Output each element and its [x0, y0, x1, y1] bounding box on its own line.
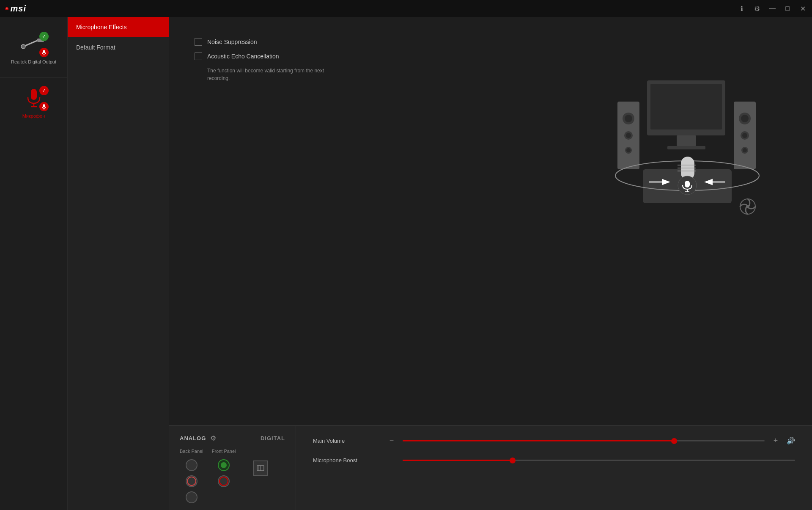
tab-microphone-effects[interactable]: Microphone Effects — [68, 17, 169, 37]
back-port-3[interactable] — [186, 491, 198, 503]
back-panel-col: Back Panel — [180, 449, 203, 504]
front-panel-label: Front Panel — [212, 449, 236, 454]
svg-point-22 — [626, 148, 631, 152]
titlebar-right: ℹ ⚙ — □ ✕ — [738, 4, 807, 13]
sidebar-device-mic[interactable]: ✓ Микрофон — [0, 80, 67, 125]
sidebar-divider — [0, 77, 67, 77]
digital-mic-badge — [39, 48, 49, 57]
volume-section: Main Volume − + 🔊 Microphone Boost — [296, 426, 812, 510]
analog-header: ANALOG ⚙ DIGITAL — [180, 434, 285, 442]
front-panel-col: Front Panel — [212, 449, 236, 488]
digital-port-box[interactable] — [253, 460, 268, 476]
svg-rect-14 — [677, 135, 696, 146]
svg-point-25 — [741, 115, 749, 122]
sidebar-device-digital[interactable]: ✓ Realtek Digital Output — [0, 25, 67, 71]
effects-hint: The function will become valid starting … — [207, 67, 343, 82]
noise-suppression-label: Noise Suppression — [207, 39, 257, 45]
main-content: Noise Suppression Acoustic Echo Cancella… — [169, 17, 812, 510]
main-volume-row: Main Volume − + 🔊 — [313, 436, 795, 445]
main-volume-plus[interactable]: + — [771, 436, 780, 445]
main-volume-fill — [403, 440, 674, 441]
front-port-2[interactable] — [218, 475, 230, 487]
analog-gear-icon[interactable]: ⚙ — [210, 434, 216, 442]
tab-default-format[interactable]: Default Format — [68, 37, 169, 58]
mic-boost-slider[interactable] — [403, 460, 795, 461]
back-port-2[interactable] — [186, 475, 198, 487]
ports-grid: Back Panel Front Panel — [180, 449, 285, 504]
nav-panel: Microphone Effects Default Format — [68, 17, 169, 510]
digital-port-col — [253, 460, 268, 476]
mic-mic-badge — [39, 102, 49, 111]
svg-rect-7 — [31, 89, 37, 100]
mic-label: Микрофон — [22, 113, 45, 119]
sidebar: ✓ Realtek Digital Output — [0, 17, 68, 510]
main-volume-label: Main Volume — [313, 438, 381, 444]
device-icon-mic: ✓ — [19, 86, 49, 111]
mic-boost-label: Microphone Boost — [313, 457, 381, 463]
minimize-button[interactable]: — — [768, 4, 776, 13]
analog-label: ANALOG — [180, 435, 206, 441]
digital-check-badge: ✓ — [39, 32, 49, 41]
noise-suppression-checkbox[interactable] — [195, 38, 202, 46]
msi-text: msi — [11, 4, 26, 14]
close-button[interactable]: ✕ — [798, 4, 807, 13]
acoustic-echo-label: Acoustic Echo Cancellation — [207, 53, 279, 60]
digital-output-label: Realtek Digital Output — [11, 59, 56, 64]
svg-point-4 — [21, 44, 25, 49]
acoustic-echo-row: Acoustic Echo Cancellation — [195, 52, 787, 60]
mic-boost-fill — [403, 460, 513, 461]
digital-label: DIGITAL — [261, 435, 285, 441]
svg-point-18 — [625, 115, 632, 122]
svg-rect-10 — [43, 104, 45, 108]
svg-point-20 — [626, 133, 631, 138]
svg-rect-37 — [685, 181, 690, 187]
main-volume-minus[interactable]: − — [387, 436, 396, 445]
mic-check-badge: ✓ — [39, 86, 49, 95]
svg-rect-5 — [43, 50, 45, 53]
mic-boost-thumb[interactable] — [510, 458, 516, 463]
bottom-panel: ANALOG ⚙ DIGITAL Back Panel — [169, 425, 812, 510]
main-volume-slider[interactable] — [403, 440, 765, 441]
svg-rect-15 — [667, 146, 705, 149]
info-button[interactable]: ℹ — [738, 4, 746, 13]
titlebar-left: M msi — [5, 2, 26, 15]
acoustic-echo-checkbox[interactable] — [195, 52, 202, 60]
back-port-1[interactable] — [186, 459, 198, 471]
device-icon-digital: ✓ — [19, 32, 49, 57]
mic-boost-row: Microphone Boost — [313, 457, 795, 463]
svg-point-27 — [742, 133, 747, 138]
speaker-icon[interactable]: 🔊 — [787, 437, 795, 445]
noise-suppression-row: Noise Suppression — [195, 38, 787, 46]
settings-button[interactable]: ⚙ — [753, 4, 761, 13]
effects-panel: Noise Suppression Acoustic Echo Cancella… — [169, 17, 812, 103]
msi-logo: M msi — [5, 2, 26, 15]
front-port-1[interactable] — [218, 459, 230, 471]
maximize-button[interactable]: □ — [783, 4, 792, 13]
titlebar: M msi ℹ ⚙ — □ ✕ — [0, 0, 812, 17]
app-container: ✓ Realtek Digital Output — [0, 17, 812, 510]
back-panel-label: Back Panel — [180, 449, 203, 454]
main-volume-thumb[interactable] — [671, 438, 677, 444]
svg-rect-13 — [650, 84, 722, 130]
effects-illustration — [601, 76, 770, 220]
svg-point-29 — [743, 148, 747, 152]
analog-section: ANALOG ⚙ DIGITAL Back Panel — [169, 426, 296, 510]
